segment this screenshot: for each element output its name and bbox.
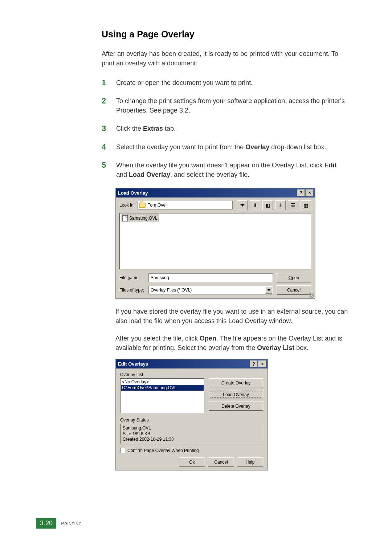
label-pre: Files of: [119, 288, 135, 293]
open-button[interactable]: Open: [277, 273, 311, 282]
text-bold: Edit: [324, 162, 337, 169]
confirm-check-row[interactable]: Confirm Page Overlay When Printing: [120, 448, 263, 453]
dialog-title: Load Overlay: [118, 190, 148, 196]
file-icon: [122, 215, 128, 221]
load-overlay-button[interactable]: Load Overlay: [209, 390, 263, 399]
close-button[interactable]: ×: [258, 360, 266, 367]
label-post: n:: [131, 203, 135, 208]
intro-paragraph: After an overlay has been created, it is…: [102, 49, 348, 68]
file-item[interactable]: Samsung.OVL: [121, 215, 159, 222]
files-of-type-select[interactable]: Overlay Files (*.OVL): [148, 286, 273, 294]
help-button[interactable]: ?: [250, 360, 258, 367]
file-name-label: File name:: [119, 275, 145, 280]
list-view-icon[interactable]: ☰: [288, 200, 298, 210]
dialog-title: Edit Overlays: [118, 361, 148, 367]
text-suffix: , and select the overlay file.: [170, 171, 249, 178]
step-number: 4: [102, 142, 110, 152]
step-text: To change the print settings from your s…: [116, 96, 348, 115]
btn-u: O: [289, 275, 292, 280]
help-button[interactable]: ?: [297, 190, 305, 196]
close-button[interactable]: ×: [306, 190, 314, 196]
overlay-list-label: Overlay List: [120, 372, 263, 377]
dialog-toolbar: Look in: FormOver ⬆ ◧ ✳ ☰ ▦: [116, 197, 315, 213]
dialog-titlebar: Load Overlay ? ×: [116, 188, 315, 197]
step-number: 3: [102, 124, 110, 133]
text-suffix: drop-down list box.: [269, 143, 326, 151]
text-pre: After you select the file, click: [115, 335, 200, 342]
delete-overlay-button[interactable]: Delete Overlay: [209, 402, 263, 411]
step-number: 2: [102, 96, 110, 106]
cancel-button[interactable]: Cancel: [277, 285, 311, 295]
label-post: ype:: [136, 288, 144, 293]
label-pre: Look: [119, 203, 130, 208]
ok-button[interactable]: Ok: [179, 457, 205, 467]
chevron-down-icon[interactable]: [265, 286, 272, 294]
text-prefix: Select the overlay you want to print fro…: [116, 143, 245, 151]
text-bold: Load Overlay: [129, 171, 170, 178]
step-2: 2 To change the print settings from your…: [102, 96, 348, 115]
file-list-area[interactable]: Samsung.OVL: [119, 213, 311, 269]
page-footer: 3.20 Printing: [36, 518, 82, 529]
step-number: 5: [102, 160, 110, 170]
look-in-dropdown[interactable]: FormOver: [138, 201, 233, 209]
overlay-status-box: Samsung.OVL Size 189.6 KB Created 2002-1…: [120, 424, 263, 444]
step-text: Create or open the document you want to …: [116, 78, 253, 87]
look-in-value: FormOver: [147, 203, 167, 208]
step-5: 5 When the overlay file you want doesn't…: [102, 160, 348, 179]
post-dialog-paragraph-1: If you have stored the overlay file you …: [115, 307, 348, 326]
up-one-level-icon[interactable]: ⬆: [250, 200, 260, 210]
resize-grip-icon[interactable]: [309, 293, 314, 298]
text-prefix: When the overlay file you want doesn't a…: [116, 162, 324, 169]
overlay-status-label: Overlay Status: [120, 417, 263, 423]
section-heading: Using a Page Overlay: [102, 29, 348, 40]
file-name-value: Samsung: [151, 275, 169, 280]
files-of-type-value: Overlay Files (*.OVL): [151, 288, 192, 293]
file-item-label: Samsung.OVL: [129, 216, 158, 221]
file-name-input[interactable]: Samsung: [148, 273, 273, 282]
list-item[interactable]: <No Overlay>: [121, 379, 204, 385]
text-bold: Overlay: [245, 143, 269, 151]
help-button[interactable]: Help: [237, 457, 263, 467]
folder-icon: [139, 203, 146, 208]
edit-overlays-dialog: Edit Overlays ? × Overlay List <No Overl…: [115, 359, 268, 471]
btn-post: pen: [292, 275, 299, 280]
text-bold: Overlay List: [257, 344, 294, 351]
post-dialog-paragraph-2: After you select the file, click Open. T…: [115, 334, 348, 353]
step-3: 3 Click the Extras tab.: [102, 124, 348, 133]
new-folder-icon[interactable]: ✳: [275, 200, 286, 210]
desktop-icon[interactable]: ◧: [262, 200, 273, 210]
label-pre: File: [119, 275, 128, 280]
confirm-check-label: Confirm Page Overlay When Printing: [127, 448, 199, 453]
load-overlay-dialog: Load Overlay ? × Look in: FormOver ⬆ ◧ ✳…: [115, 188, 315, 299]
dropdown-arrow-icon[interactable]: [237, 200, 248, 210]
text-post: box.: [294, 344, 309, 351]
overlay-list[interactable]: <No Overlay> C:\FormOver\Samsung.OVL: [120, 378, 204, 413]
checkbox[interactable]: [120, 448, 125, 453]
page-number-badge: 3.20: [36, 518, 56, 529]
dialog-bottom: File name: Samsung Open Files of type: O…: [116, 269, 315, 298]
status-line: Size 189.6 KB: [123, 431, 261, 437]
cancel-button[interactable]: Cancel: [208, 457, 234, 467]
create-overlay-button[interactable]: Create Overlay: [209, 378, 263, 387]
step-text: When the overlay file you want doesn't a…: [116, 160, 348, 179]
text-suffix: tab.: [163, 125, 176, 132]
look-in-label: Look in:: [119, 203, 135, 208]
text-prefix: Click the: [116, 125, 143, 132]
label-post: ame:: [130, 275, 140, 280]
status-line: Samsung.OVL: [123, 425, 261, 431]
step-1: 1 Create or open the document you want t…: [102, 78, 348, 87]
step-4: 4 Select the overlay you want to print f…: [102, 142, 348, 152]
footer-section-name: Printing: [61, 521, 82, 526]
text-bold: Extras: [143, 125, 163, 132]
list-item[interactable]: C:\FormOver\Samsung.OVL: [121, 385, 204, 391]
step-number: 1: [102, 78, 110, 87]
step-text: Select the overlay you want to print fro…: [116, 142, 326, 152]
details-view-icon[interactable]: ▦: [301, 200, 311, 210]
files-of-type-label: Files of type:: [119, 288, 145, 293]
dialog-titlebar: Edit Overlays ? ×: [116, 359, 268, 368]
status-line: Created 2002-10-29 11:38: [123, 437, 261, 443]
step-text: Click the Extras tab.: [116, 124, 176, 133]
text-mid: and: [116, 171, 129, 178]
text-bold: Open: [200, 335, 216, 342]
